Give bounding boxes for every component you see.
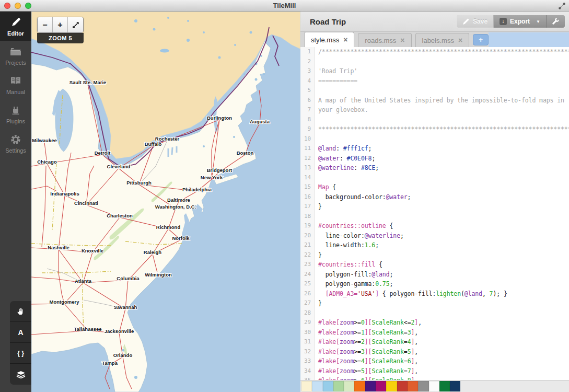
code-text[interactable]: #lake[zoom>=2][ScaleRank=4], bbox=[315, 337, 418, 347]
code-line[interactable]: 1/**************************************… bbox=[300, 47, 569, 57]
zoom-out-button[interactable]: − bbox=[38, 17, 53, 32]
code-text[interactable] bbox=[315, 308, 318, 318]
code-text[interactable]: @land: #fff1cf; bbox=[315, 144, 371, 154]
palette-swatch[interactable] bbox=[429, 381, 439, 391]
code-text[interactable]: ****************************************… bbox=[315, 124, 569, 134]
code-line[interactable]: 20 line-color:@waterline; bbox=[300, 231, 569, 241]
code-line[interactable]: 8 bbox=[300, 115, 569, 125]
close-icon[interactable]: × bbox=[343, 36, 347, 44]
code-line[interactable]: 9***************************************… bbox=[300, 124, 569, 134]
tab-drop-zone[interactable] bbox=[489, 32, 569, 47]
code-text[interactable]: polygon-gamma:0.75; bbox=[315, 279, 393, 289]
palette-swatch[interactable] bbox=[439, 381, 450, 391]
code-text[interactable]: } bbox=[315, 250, 322, 260]
hand-tool-button[interactable] bbox=[10, 301, 31, 322]
code-text[interactable]: A map of the United States inspired by t… bbox=[315, 96, 564, 106]
palette-swatch[interactable] bbox=[344, 381, 354, 391]
code-text[interactable] bbox=[315, 57, 318, 67]
code-line[interactable]: 6A map of the United States inspired by … bbox=[300, 96, 569, 106]
carto-reference-tool-button[interactable]: { } bbox=[10, 343, 31, 364]
code-text[interactable]: line-color:@waterline; bbox=[315, 231, 404, 241]
code-editor[interactable]: 1/**************************************… bbox=[300, 47, 569, 380]
code-text[interactable] bbox=[315, 212, 318, 222]
code-text[interactable]: =========== bbox=[315, 76, 357, 86]
palette-swatch[interactable] bbox=[333, 381, 344, 391]
code-text[interactable]: #lake[zoom>=3][ScaleRank=5], bbox=[315, 347, 418, 357]
tab-labels-mss[interactable]: labels.mss × bbox=[415, 33, 470, 47]
code-line[interactable]: 3'Road Trip' bbox=[300, 66, 569, 76]
code-line[interactable]: 26 [ADM0_A3='USA'] { polygon-fill:lighte… bbox=[300, 289, 569, 299]
code-line[interactable]: 25 polygon-gamma:0.75; bbox=[300, 279, 569, 289]
minimize-window-icon[interactable] bbox=[15, 3, 21, 9]
palette-swatch[interactable] bbox=[354, 381, 365, 391]
code-line[interactable]: 18 bbox=[300, 212, 569, 222]
code-text[interactable] bbox=[315, 134, 318, 144]
code-text[interactable]: #lake[zoom>=1][ScaleRank=3], bbox=[315, 328, 418, 338]
code-text[interactable]: @waterline: #8CE; bbox=[315, 163, 379, 173]
titlebar[interactable]: TileMill bbox=[0, 0, 569, 11]
code-line[interactable]: 14 bbox=[300, 173, 569, 183]
map-preview[interactable]: Sault Ste. MarieMilwaukeeChicagoDetroitC… bbox=[31, 11, 300, 392]
code-text[interactable]: /***************************************… bbox=[315, 47, 569, 57]
layers-tool-button[interactable] bbox=[10, 364, 31, 385]
code-text[interactable]: @water: #C0E0F8; bbox=[315, 154, 375, 164]
code-line[interactable]: 32#lake[zoom>=3][ScaleRank=5], bbox=[300, 347, 569, 357]
code-line[interactable]: 28 bbox=[300, 308, 569, 318]
tab-style-mss[interactable]: style.mss × bbox=[304, 32, 354, 47]
zoom-window-icon[interactable] bbox=[25, 3, 31, 9]
fullscreen-icon[interactable] bbox=[558, 2, 566, 10]
code-line[interactable]: 11@land: #fff1cf; bbox=[300, 144, 569, 154]
code-text[interactable]: [ADM0_A3='USA'] { polygon-fill:lighten(@… bbox=[315, 289, 507, 299]
zoom-in-button[interactable]: + bbox=[53, 17, 68, 32]
code-text[interactable] bbox=[315, 115, 318, 125]
code-text[interactable] bbox=[315, 173, 318, 183]
sidebar-item-settings[interactable]: Settings bbox=[0, 129, 31, 158]
palette-swatch[interactable] bbox=[408, 381, 418, 391]
code-line[interactable]: 34#lake[zoom>=5][ScaleRank=7], bbox=[300, 366, 569, 376]
code-text[interactable]: your glovebox. bbox=[315, 105, 368, 115]
code-text[interactable]: #countries::outline { bbox=[315, 221, 393, 231]
code-line[interactable]: 35#lake[zoom>=6][ScaleRank=8], bbox=[300, 376, 569, 380]
code-line[interactable]: 16 background-color:@water; bbox=[300, 192, 569, 202]
palette-swatch[interactable] bbox=[450, 381, 460, 391]
close-window-icon[interactable] bbox=[4, 3, 10, 9]
fonts-tool-button[interactable]: A bbox=[10, 322, 31, 343]
sidebar-item-editor[interactable]: Editor bbox=[0, 11, 31, 41]
code-text[interactable]: #lake[zoom>=6][ScaleRank=8], bbox=[315, 376, 418, 380]
code-line[interactable]: 24 polygon-fill:@land; bbox=[300, 270, 569, 280]
close-icon[interactable]: × bbox=[400, 36, 404, 44]
code-line[interactable]: 13@waterline: #8CE; bbox=[300, 163, 569, 173]
code-line[interactable]: 19#countries::outline { bbox=[300, 221, 569, 231]
palette-swatch[interactable] bbox=[386, 381, 397, 391]
sidebar-item-manual[interactable]: Manual bbox=[0, 70, 31, 99]
close-icon[interactable]: × bbox=[458, 36, 462, 44]
code-text[interactable]: } bbox=[315, 202, 322, 212]
code-line[interactable]: 21 line-width:1.6; bbox=[300, 240, 569, 250]
palette-swatch[interactable] bbox=[323, 381, 333, 391]
code-line[interactable]: 22} bbox=[300, 250, 569, 260]
code-line[interactable]: 27} bbox=[300, 298, 569, 308]
palette-swatch[interactable] bbox=[301, 381, 312, 391]
code-text[interactable]: background-color:@water; bbox=[315, 192, 411, 202]
code-text[interactable]: #countries::fill { bbox=[315, 260, 382, 270]
code-line[interactable]: 30#lake[zoom>=1][ScaleRank=3], bbox=[300, 328, 569, 338]
code-line[interactable]: 15Map { bbox=[300, 182, 569, 192]
code-line[interactable]: 23#countries::fill { bbox=[300, 260, 569, 270]
code-line[interactable]: 33#lake[zoom>=4][ScaleRank=6], bbox=[300, 356, 569, 366]
sidebar-item-projects[interactable]: Projects bbox=[0, 41, 31, 70]
code-line[interactable]: 12@water: #C0E0F8; bbox=[300, 154, 569, 164]
add-stylesheet-button[interactable]: + bbox=[473, 34, 489, 45]
code-line[interactable]: 2 bbox=[300, 57, 569, 67]
palette-swatch[interactable] bbox=[418, 381, 428, 391]
code-text[interactable]: } bbox=[315, 298, 322, 308]
code-text[interactable] bbox=[315, 86, 318, 96]
code-line[interactable]: 5 bbox=[300, 86, 569, 96]
code-text[interactable]: Map { bbox=[315, 182, 336, 192]
code-line[interactable]: 29#lake[zoom>=0][ScaleRank<=2], bbox=[300, 318, 569, 328]
palette-swatch[interactable] bbox=[312, 381, 322, 391]
code-line[interactable]: 17} bbox=[300, 202, 569, 212]
code-line[interactable]: 10 bbox=[300, 134, 569, 144]
palette-swatch[interactable] bbox=[397, 381, 408, 391]
tab-roads-mss[interactable]: roads.mss × bbox=[358, 33, 411, 47]
code-text[interactable]: #lake[zoom>=4][ScaleRank=6], bbox=[315, 356, 418, 366]
